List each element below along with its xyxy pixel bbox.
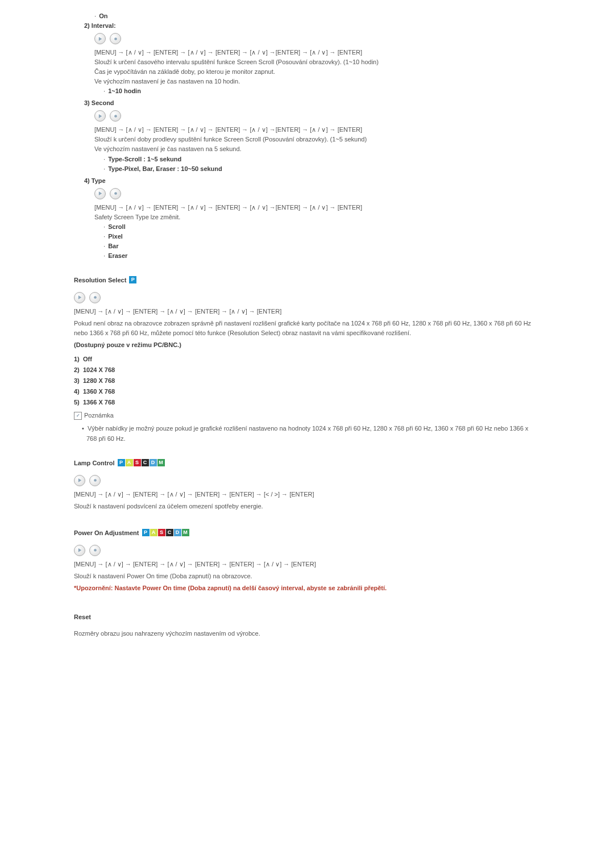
type-path: [MENU] → [∧ / ∨] → [ENTER] → [∧ / ∨] → [… <box>94 203 540 212</box>
interval-path: [MENU] → [∧ / ∨] → [ENTER] → [∧ / ∨] → [… <box>94 48 540 57</box>
svg-point-3 <box>114 115 117 118</box>
svg-point-1 <box>114 37 117 40</box>
play-icon <box>94 188 106 199</box>
svg-point-11 <box>94 549 97 552</box>
power-desc: Slouží k nastavení Power On time (Doba z… <box>74 571 540 581</box>
res-opt-1: 1) Off <box>74 354 540 364</box>
type-opt1: Scroll <box>108 223 126 230</box>
interval-num: 2) <box>84 22 90 29</box>
type-opt3: Bar <box>108 243 118 249</box>
res-opt-2: 2) 1024 X 768 <box>74 365 540 375</box>
svg-marker-2 <box>98 114 101 118</box>
svg-marker-0 <box>98 36 101 40</box>
enter-icon <box>89 292 101 303</box>
resolution-select-heading: Resolution Select P <box>74 276 136 285</box>
option-on: On <box>99 12 107 19</box>
interval-desc1: Slouží k určení časového intervalu spušt… <box>94 57 540 67</box>
svg-point-7 <box>94 297 97 299</box>
type-num: 4) <box>84 177 90 184</box>
enter-icon <box>89 545 101 556</box>
second-opt1: Type-Scroll : 1~5 sekund <box>108 156 181 162</box>
svg-marker-4 <box>98 191 101 195</box>
interval-label: Interval: <box>92 22 116 29</box>
second-num: 3) <box>84 99 90 106</box>
res-opt-3: 3) 1280 X 768 <box>74 376 540 386</box>
note-icon: ✓ <box>74 412 82 420</box>
second-desc1: Slouží k určení doby prodlevy spuštění f… <box>94 135 540 144</box>
reset-desc: Rozměry obrazu jsou nahrazeny výchozím n… <box>74 629 540 639</box>
interval-opt: 1~10 hodin <box>108 87 141 94</box>
source-badge-pascdm: PASCDM <box>142 529 189 537</box>
resolution-note: Výběr nabídky je možný pouze pokud je gr… <box>86 425 528 441</box>
play-icon <box>74 545 85 556</box>
type-opt4: Eraser <box>108 252 127 259</box>
play-icon <box>74 475 85 486</box>
svg-point-5 <box>114 192 117 195</box>
source-badge-p: P <box>128 276 136 284</box>
enter-icon <box>110 188 121 199</box>
svg-point-9 <box>94 479 97 482</box>
resolution-avail: (Dostupný pouze v režimu PC/BNC.) <box>74 340 540 350</box>
res-opt-4: 4) 1360 X 768 <box>74 387 540 397</box>
enter-icon <box>89 475 101 486</box>
type-opt2: Pixel <box>108 233 123 240</box>
second-label: Second <box>92 99 114 106</box>
resolution-path: [MENU] → [∧ / ∨] → [ENTER] → [∧ / ∨] → [… <box>74 307 540 316</box>
svg-marker-6 <box>78 295 81 299</box>
second-desc2: Ve výchozím nastavení je čas nastaven na… <box>94 144 540 154</box>
power-warning: *Upozornění: Nastavte Power On time (Dob… <box>74 583 540 593</box>
play-icon <box>74 292 85 303</box>
play-icon <box>94 33 106 44</box>
svg-marker-8 <box>78 478 81 482</box>
second-path: [MENU] → [∧ / ∨] → [ENTER] → [∧ / ∨] → [… <box>94 125 540 135</box>
enter-icon <box>110 110 121 122</box>
type-desc: Safety Screen Type lze změnit. <box>94 212 540 222</box>
type-label: Type <box>92 177 106 184</box>
lamp-desc: Slouží k nastavení podsvícení za účelem … <box>74 502 540 511</box>
interval-desc3: Ve výchozím nastavení je čas nastaven na… <box>94 77 540 86</box>
reset-heading: Reset <box>74 612 91 622</box>
res-opt-5: 5) 1366 X 768 <box>74 398 540 407</box>
note-header: ✓ Poznámka <box>74 411 114 420</box>
power-on-heading: Power On Adjustment PASCDM <box>74 528 189 538</box>
power-path: [MENU] → [∧ / ∨] → [ENTER] → [∧ / ∨] → [… <box>74 560 540 569</box>
resolution-desc: Pokud není obraz na obrazovce zobrazen s… <box>74 319 540 338</box>
interval-desc2: Čas je vypočítáván na základě doby, po k… <box>94 67 540 77</box>
lamp-path: [MENU] → [∧ / ∨] → [ENTER] → [∧ / ∨] → [… <box>74 490 540 499</box>
second-opt2: Type-Pixel, Bar, Eraser : 10~50 sekund <box>108 165 222 172</box>
lamp-control-heading: Lamp Control PASCDM <box>74 458 165 468</box>
source-badge-pascdm: PASCDM <box>117 459 165 467</box>
enter-icon <box>110 33 121 44</box>
svg-marker-10 <box>78 548 81 552</box>
play-icon <box>94 110 106 122</box>
